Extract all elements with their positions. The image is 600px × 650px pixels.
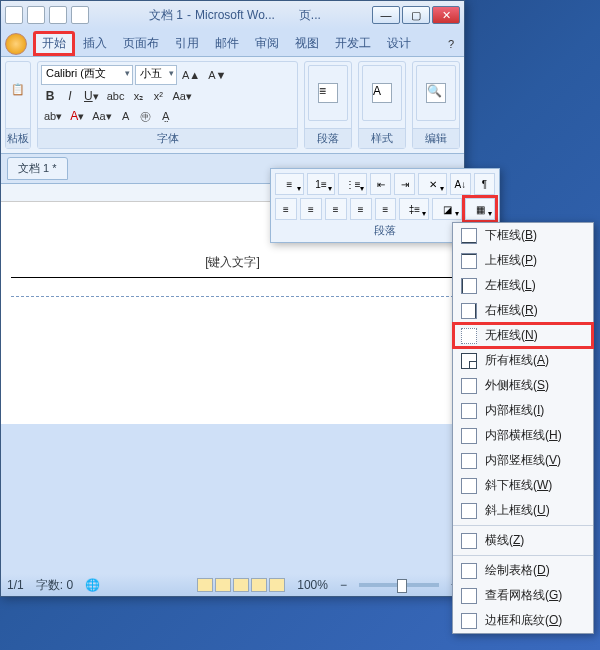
tab-mailings[interactable]: 邮件 [207, 31, 247, 56]
view-buttons[interactable] [197, 578, 285, 592]
justify-button[interactable]: ≡ [350, 198, 372, 220]
show-marks-button[interactable]: ¶ [474, 173, 495, 195]
group-styles: A 样式 [358, 61, 406, 149]
editing-label: 编辑 [413, 128, 459, 148]
menu-top-border[interactable]: 上框线(P) [453, 248, 593, 273]
char-border-button[interactable]: A [117, 107, 135, 125]
menu-no-border[interactable]: 无框线(N) [453, 323, 593, 348]
indent-dec-button[interactable]: ⇤ [370, 173, 391, 195]
tab-developer[interactable]: 开发工 [327, 31, 379, 56]
subscript-button[interactable]: x₂ [129, 87, 147, 105]
page-hr [11, 277, 454, 278]
styles-icon: A [372, 83, 392, 103]
page-dashed [11, 296, 454, 297]
borders-shading-icon [461, 613, 477, 629]
quick-access-toolbar [5, 6, 89, 24]
paragraph-button[interactable]: ≡ [308, 65, 348, 121]
tab-view[interactable]: 视图 [287, 31, 327, 56]
multilevel-button[interactable]: ⋮≡ [338, 173, 367, 195]
tab-home[interactable]: 开始 [33, 31, 75, 56]
paste-button[interactable]: 📋 [9, 65, 27, 113]
sort-button[interactable]: A↓ [450, 173, 471, 195]
tab-layout[interactable]: 页面布 [115, 31, 167, 56]
shading-button[interactable]: ◪ [432, 198, 462, 220]
draw-table-icon [461, 563, 477, 579]
inside-h-icon [461, 428, 477, 444]
asian-layout-button[interactable]: ✕ [418, 173, 447, 195]
menu-view-gridlines[interactable]: 查看网格线(G) [453, 583, 593, 608]
top-border-icon [461, 253, 477, 269]
zoom-out-button[interactable]: − [340, 578, 347, 592]
grow-font-button[interactable]: A▲ [179, 66, 203, 84]
menu-all-borders[interactable]: 所有框线(A) [453, 348, 593, 373]
doc-tab-1[interactable]: 文档 1 * [7, 157, 68, 180]
enclose-button[interactable]: ㊥ [137, 107, 155, 125]
title-extra: 页... [299, 7, 321, 24]
font-size-combo[interactable]: 小五 [135, 65, 177, 85]
titlebar: 文档 1 - Microsoft Wo... 页... — ▢ ✕ [1, 1, 464, 29]
menu-right-border[interactable]: 右框线(R) [453, 298, 593, 323]
inside-border-icon [461, 403, 477, 419]
superscript-button[interactable]: x² [149, 87, 167, 105]
ribbon: 📋 粘板 Calibri (西文 小五 A▲ A▼ B I U▾ abc x₂ … [1, 57, 464, 154]
right-border-icon [461, 303, 477, 319]
underline-button[interactable]: U▾ [81, 87, 102, 105]
menu-inside-borders[interactable]: 内部框线(I) [453, 398, 593, 423]
italic-button[interactable]: I [61, 87, 79, 105]
menu-draw-table[interactable]: 绘制表格(D) [453, 558, 593, 583]
align-center-button[interactable]: ≡ [300, 198, 322, 220]
ribbon-help-icon[interactable]: ? [442, 35, 460, 53]
left-border-icon [461, 278, 477, 294]
office-button[interactable] [5, 33, 27, 55]
align-left-button[interactable]: ≡ [275, 198, 297, 220]
status-lang-icon[interactable]: 🌐 [85, 578, 100, 592]
tab-references[interactable]: 引用 [167, 31, 207, 56]
tab-design[interactable]: 设计 [379, 31, 419, 56]
menu-horizontal-line[interactable]: 横线(Z) [453, 528, 593, 553]
bold-button[interactable]: B [41, 87, 59, 105]
bottom-border-icon [461, 228, 477, 244]
qat-save-icon[interactable] [5, 6, 23, 24]
font-name-combo[interactable]: Calibri (西文 [41, 65, 133, 85]
tab-insert[interactable]: 插入 [75, 31, 115, 56]
editing-button[interactable]: 🔍 [416, 65, 456, 121]
font-color-button[interactable]: A▾ [67, 107, 87, 125]
window-title: 文档 1 - Microsoft Wo... 页... [149, 7, 321, 24]
numbering-button[interactable]: 1≡ [307, 173, 336, 195]
align-right-button[interactable]: ≡ [325, 198, 347, 220]
styles-button[interactable]: A [362, 65, 402, 121]
paragraph-icon: ≡ [318, 83, 338, 103]
gridlines-icon [461, 588, 477, 604]
distribute-button[interactable]: ≡ [375, 198, 397, 220]
phonetic-button[interactable]: A̤ [157, 107, 175, 125]
menu-inside-v-border[interactable]: 内部竖框线(V) [453, 448, 593, 473]
indent-inc-button[interactable]: ⇥ [394, 173, 415, 195]
line-spacing-button[interactable]: ‡≡ [399, 198, 429, 220]
qat-redo-icon[interactable] [49, 6, 67, 24]
bullets-button[interactable]: ≡ [275, 173, 304, 195]
menu-left-border[interactable]: 左框线(L) [453, 273, 593, 298]
qat-more-icon[interactable] [71, 6, 89, 24]
maximize-button[interactable]: ▢ [402, 6, 430, 24]
change-case-button[interactable]: Aa▾ [169, 87, 194, 105]
qat-undo-icon[interactable] [27, 6, 45, 24]
close-button[interactable]: ✕ [432, 6, 460, 24]
highlight-button[interactable]: ab▾ [41, 107, 65, 125]
zoom-slider[interactable] [359, 583, 439, 587]
menu-bottom-border[interactable]: 下框线(B) [453, 223, 593, 248]
minimize-button[interactable]: — [372, 6, 400, 24]
menu-outside-borders[interactable]: 外侧框线(S) [453, 373, 593, 398]
app-window: 文档 1 - Microsoft Wo... 页... — ▢ ✕ 开始 插入 … [0, 0, 465, 597]
menu-diag-up[interactable]: 斜上框线(U) [453, 498, 593, 523]
menu-inside-h-border[interactable]: 内部横框线(H) [453, 423, 593, 448]
shrink-font-button[interactable]: A▼ [205, 66, 229, 84]
ribbon-tabs: 开始 插入 页面布 引用 邮件 审阅 视图 开发工 设计 ? [1, 29, 464, 57]
menu-borders-shading[interactable]: 边框和底纹(O) [453, 608, 593, 633]
strike-button[interactable]: abc [104, 87, 128, 105]
tab-review[interactable]: 审阅 [247, 31, 287, 56]
border-dropdown-button[interactable]: ▦ [465, 198, 495, 220]
menu-diag-down[interactable]: 斜下框线(W) [453, 473, 593, 498]
group-paragraph: ≡ 段落 [304, 61, 352, 149]
diag-down-icon [461, 478, 477, 494]
char-shading-button[interactable]: Aa▾ [89, 107, 114, 125]
